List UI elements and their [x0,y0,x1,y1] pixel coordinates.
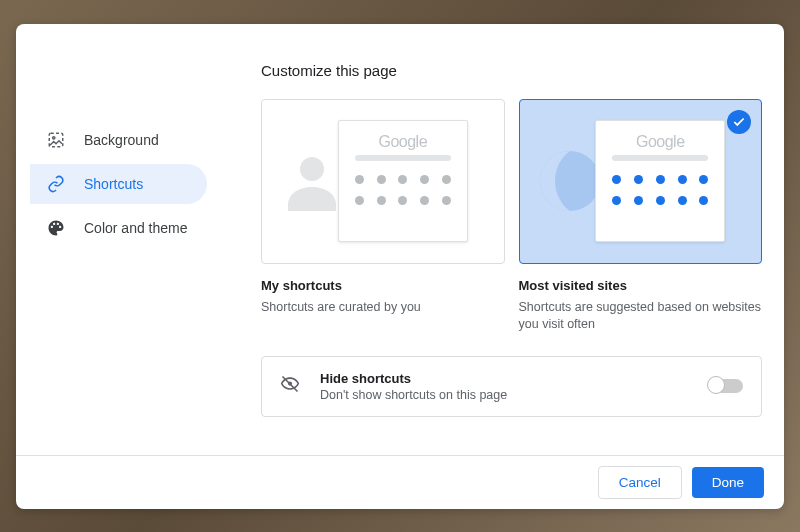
hide-shortcuts-toggle[interactable] [709,379,743,393]
preview-searchbar [355,155,451,161]
option-title: My shortcuts [261,278,505,293]
hide-text: Hide shortcuts Don't show shortcuts on t… [320,371,507,402]
sidebar-item-background[interactable]: Background [30,120,207,160]
page-title: Customize this page [261,62,762,79]
visibility-off-icon [280,374,300,398]
option-title: Most visited sites [519,278,763,293]
dialog-footer: Cancel Done [16,455,784,509]
hide-shortcuts-row: Hide shortcuts Don't show shortcuts on t… [261,356,762,417]
most-visited-preview[interactable]: Google [519,99,763,264]
mini-browser-preview: Google [595,120,725,242]
cancel-button[interactable]: Cancel [598,466,682,499]
customize-dialog: Background Shortcuts Color and theme Cus… [16,24,784,509]
preview-searchbar [612,155,708,161]
option-desc: Shortcuts are curated by you [261,299,505,317]
sidebar-item-color-theme[interactable]: Color and theme [30,208,207,248]
sidebar: Background Shortcuts Color and theme [16,24,221,509]
sidebar-item-label: Shortcuts [84,176,143,192]
option-most-visited: Google Most visited sites Shortcuts are … [519,99,763,334]
preview-logo: Google [610,133,710,151]
svg-point-1 [53,136,55,138]
hide-desc: Don't show shortcuts on this page [320,388,507,402]
link-icon [46,174,66,194]
checkmark-icon [727,110,751,134]
option-my-shortcuts: Google My shortcuts Shortcuts are curate… [261,99,505,334]
done-button[interactable]: Done [692,467,764,498]
mini-browser-preview: Google [338,120,468,242]
preview-logo: Google [353,133,453,151]
image-icon [46,130,66,150]
sidebar-item-label: Background [84,132,159,148]
main-panel: Customize this page Google My shortcuts … [221,24,784,509]
option-cards: Google My shortcuts Shortcuts are curate… [261,99,762,334]
palette-icon [46,218,66,238]
sidebar-item-label: Color and theme [84,220,188,236]
svg-point-2 [300,157,324,181]
option-desc: Shortcuts are suggested based on website… [519,299,763,334]
hide-title: Hide shortcuts [320,371,507,386]
my-shortcuts-preview[interactable]: Google [261,99,505,264]
toggle-knob [707,376,725,394]
sidebar-item-shortcuts[interactable]: Shortcuts [30,164,207,204]
